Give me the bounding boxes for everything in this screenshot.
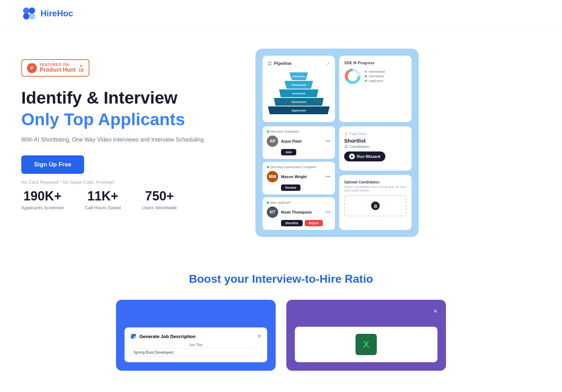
svg-rect-5 <box>270 62 271 63</box>
logo-icon <box>21 6 37 21</box>
jd-card-title: Generate Job Description <box>139 334 195 339</box>
stat-number-applicants: 190K+ <box>23 189 61 204</box>
more-options-arjun[interactable]: ••• <box>325 138 331 144</box>
applicant-status-noah: New Applicant <box>267 201 331 204</box>
shortlist-button-noah[interactable]: Shortlist <box>281 220 303 226</box>
review-button-mason[interactable]: Review <box>281 184 301 191</box>
applicant-status-arjun: Interview Scheduled <box>267 130 331 133</box>
hero-subtitle: With AI Shortlisting, One Way Video Inte… <box>21 136 227 144</box>
applicant-status-mason: One Way Assessment Complete <box>267 165 331 169</box>
ph-featured-label: FEATURED ON <box>40 63 76 67</box>
svg-point-3 <box>29 13 35 20</box>
section2-title: Boost your Interview-to-Hire Ratio <box>21 272 541 286</box>
more-options-noah[interactable]: ••• <box>325 209 331 215</box>
star-icon: ★ <box>344 131 348 136</box>
hero-section: P FEATURED ON Product Hunt ▲ 19 Identify… <box>0 27 562 251</box>
jd-form-label: Job Title <box>130 343 261 347</box>
svg-rect-4 <box>268 62 269 63</box>
jd-close-button[interactable]: ✕ <box>257 333 261 339</box>
legend-dot-shortlisted <box>365 75 367 77</box>
fastflow-header: ★ Fast Flow <box>344 131 407 136</box>
fastflow-count: 32 Candidates <box>344 144 407 149</box>
pipeline-card-header: Pipeline ⤢ <box>268 61 330 66</box>
upload-card: Upload Candidates Export Candidates from… <box>339 175 412 230</box>
stat-users: 750+ Users Worldwide <box>142 189 177 210</box>
stat-label-users: Users Worldwide <box>142 205 177 210</box>
fastflow-card: ★ Fast Flow Shortlist 32 Candidates Run … <box>339 126 412 171</box>
status-dot-arjun <box>267 131 269 133</box>
svg-rect-7 <box>270 64 271 65</box>
navbar: HireHoc <box>0 0 562 27</box>
logo-text: HireHoc <box>40 9 73 18</box>
legend-applicants: Applicants <box>365 79 385 83</box>
svg-point-1 <box>29 7 35 14</box>
excel-icon: X <box>356 334 377 355</box>
stat-number-users: 750+ <box>145 189 174 204</box>
legend-dot-applicants <box>365 80 367 82</box>
jd-card-title-row: Generate Job Description <box>130 333 195 339</box>
legend-dot-interviewed <box>365 71 367 73</box>
join-button-arjun[interactable]: Join <box>281 149 296 155</box>
applicant-name-arjun: Arjun Patel <box>281 139 323 143</box>
ph-count: ▲ 19 <box>78 64 83 73</box>
product-hunt-badge[interactable]: P FEATURED ON Product Hunt ▲ 19 <box>21 59 89 77</box>
ph-text: FEATURED ON Product Hunt <box>40 63 76 73</box>
jd-inner-card: Generate Job Description ✕ Job Title <box>125 327 267 362</box>
stat-number-calls: 11K+ <box>87 189 118 204</box>
funnel-assessed: Assessed <box>278 89 320 97</box>
reject-button-noah[interactable]: Reject <box>305 220 323 226</box>
signup-button[interactable]: Sign Up Free <box>21 155 84 174</box>
no-card-text: No Card Required * No Spam Calls, Promis… <box>21 180 114 185</box>
progress-content: Interviewed Shortlisted Applicants <box>344 68 407 85</box>
jd-job-title-input[interactable] <box>130 348 261 357</box>
pipeline-card: Pipeline ⤢ Interview Scheduled Assessed … <box>263 56 335 122</box>
upload-title: Upload Candidates <box>344 180 407 184</box>
avatar-arjun: AP <box>267 136 278 147</box>
svg-point-0 <box>23 7 29 14</box>
applicant-info-mason: MW Mason Wright ••• <box>267 171 331 182</box>
progress-title: SDE III Progress <box>344 61 407 65</box>
applicant-info-noah: NT Noah Thompson ••• <box>267 206 331 218</box>
applicant-cards-column: Interview Scheduled AP Arjun Patel ••• J… <box>263 126 335 230</box>
feature-card-excel: ✕ X <box>286 300 446 371</box>
dashboard-mockup: Pipeline ⤢ Interview Scheduled Assessed … <box>255 49 419 237</box>
play-icon <box>349 154 355 159</box>
logo[interactable]: HireHoc <box>21 6 73 21</box>
excel-close-button[interactable]: ✕ <box>433 308 437 314</box>
applicant-info-arjun: AP Arjun Patel ••• <box>267 136 331 147</box>
ph-arrow-icon: ▲ <box>79 64 83 67</box>
funnel-interview: Interview <box>287 72 310 80</box>
ph-product-name: Product Hunt <box>40 67 76 73</box>
applicant-actions-noah: Shortlist Reject <box>281 220 331 226</box>
status-dot-mason <box>267 166 269 168</box>
funnel-shortlisted: Shortlisted <box>273 98 325 106</box>
applicant-card-noah: New Applicant NT Noah Thompson ••• Short… <box>263 197 335 230</box>
funnel-applicants: Applicants <box>268 106 330 114</box>
stats-row: 190K+ Applicants Screened 11K+ Call Hour… <box>21 189 227 210</box>
feature-card-jd: Generate Job Description ✕ Job Title <box>116 300 276 371</box>
pipeline-expand-icon[interactable]: ⤢ <box>326 61 330 66</box>
jd-card-header: Generate Job Description ✕ <box>130 333 261 339</box>
fastflow-label: Fast Flow <box>349 132 367 136</box>
pipeline-title: Pipeline <box>268 61 292 66</box>
run-wizzard-button[interactable]: Run Wizzard <box>344 151 385 161</box>
more-options-mason[interactable]: ••• <box>325 174 331 180</box>
hero-title-line1: Identify & Interview <box>21 88 227 107</box>
upload-subtitle: Export Candidates from Job Boards as CSV… <box>344 185 407 192</box>
upload-area[interactable]: 🔒 <box>344 195 407 216</box>
hero-right: Pipeline ⤢ Interview Scheduled Assessed … <box>255 49 419 237</box>
svg-point-15 <box>133 336 136 339</box>
legend-interviewed: Interviewed <box>365 70 385 73</box>
legend-shortlisted: Shortlisted <box>365 74 385 78</box>
applicant-name-noah: Noah Thompson <box>281 210 323 214</box>
hirehoc-mini-icon <box>130 333 137 339</box>
section2: Boost your Interview-to-Hire Ratio Gener… <box>0 251 562 385</box>
progress-card: SDE III Progress Interviewed <box>339 56 412 122</box>
applicant-actions-mason: Review <box>281 184 331 191</box>
applicant-name-mason: Mason Wright <box>281 175 323 179</box>
play-triangle <box>351 155 353 158</box>
excel-card-close-row: ✕ <box>295 308 437 314</box>
excel-x-letter: X <box>363 339 370 350</box>
hero-left: P FEATURED ON Product Hunt ▲ 19 Identify… <box>21 49 227 210</box>
applicant-card-arjun: Interview Scheduled AP Arjun Patel ••• J… <box>263 126 335 159</box>
